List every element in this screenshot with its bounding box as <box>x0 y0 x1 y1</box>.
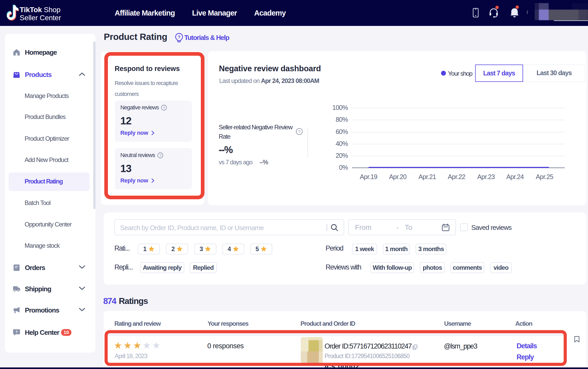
svg-text:?: ? <box>298 129 300 134</box>
svg-text:?: ? <box>178 35 180 40</box>
svg-text:?: ? <box>15 330 18 334</box>
